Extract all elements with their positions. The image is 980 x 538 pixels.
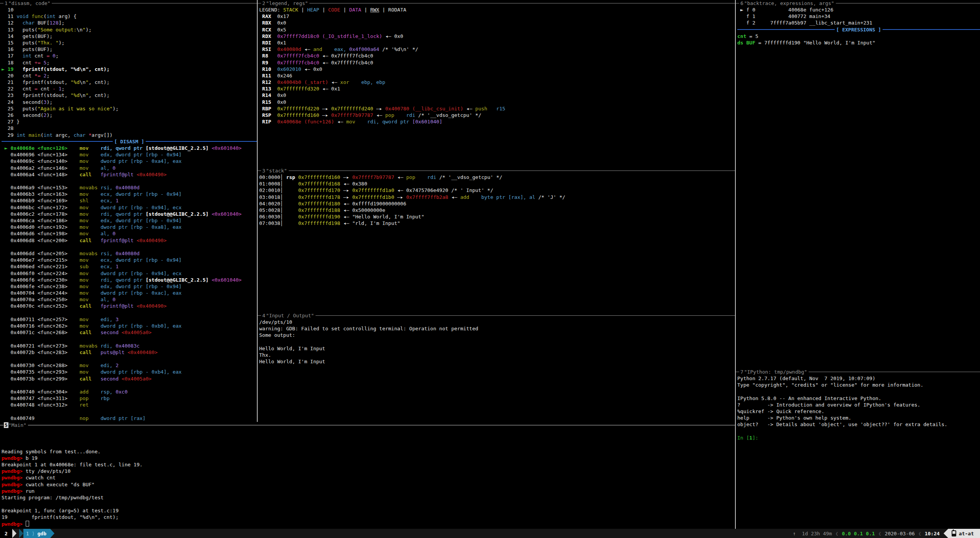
terminal-text-segment: fprintf@plt <box>100 303 136 309</box>
terminal-text-segment: movabs <box>80 185 98 190</box>
terminal-row: cnt = 5 <box>737 33 980 39</box>
terminal-text-segment: rdi, qword ptr <box>100 277 145 283</box>
terminal-text-segment: sub <box>80 264 89 269</box>
terminal-row: 0x40069c <func+140> mov dword ptr [rbp -… <box>2 158 257 164</box>
terminal-text-segment: —▸ <box>340 174 352 180</box>
terminal-text-segment: 0x7fffffffd188 <box>298 207 340 213</box>
terminal-row: Breakpoint 1 at 0x40068e: file test.c, l… <box>2 461 735 468</box>
terminal-text-segment: ◂— 0x7ffff7fcb4c0 <box>319 60 373 66</box>
terminal-text-segment: 0x400696 <func+134> <box>2 152 80 157</box>
terminal-row: pwndbg> cwatch cnt <box>2 474 735 481</box>
pane-border-title: 6 "backtrace, expressions, args" <box>736 0 980 7</box>
terminal-text-segment: 0x4006dd <func+205> <box>2 251 80 256</box>
pane-stack[interactable]: 3 "stack" 00:0000│ rsp 0x7fffffffd160 —▸… <box>258 167 735 312</box>
terminal-row: RIP 0x40068e (func+126) ◂— mov rdi, qwor… <box>259 118 735 125</box>
terminal-text-segment: <0x400490> <box>136 238 166 243</box>
terminal-text-segment: 14 gets(BUF); <box>2 33 53 39</box>
terminal-row <box>2 382 257 389</box>
terminal-text-segment: argv[]) <box>92 132 113 138</box>
pane-divider-vertical[interactable] <box>257 0 258 422</box>
terminal-text-segment: , cnt); <box>89 92 110 98</box>
terminal-text-segment: rdi, qword ptr <box>100 145 145 151</box>
terminal-text-segment: 0x7ffff7dd18c0 (_IO_stdfile_1_lock) <box>277 33 382 39</box>
session-indicator[interactable]: 2 <box>0 529 12 538</box>
terminal-text-segment: 28 <box>2 125 16 131</box>
terminal-row: 17 int cnt = 0; <box>2 52 257 59</box>
terminal-text-segment: xor <box>340 79 349 85</box>
terminal-row: 0x400716 <func+262> mov dword ptr [rbp -… <box>2 323 257 329</box>
pane-ipython[interactable]: 7 "IPython: tmp/pwndbg" Python 2.7.17 (d… <box>736 369 980 529</box>
terminal-row: 0x400730 <func+288> mov edi, 2 <box>2 362 257 369</box>
terminal-text-segment: " <box>82 27 86 33</box>
window-tab-gdb[interactable]: 1 ⟩ gdb <box>23 529 50 538</box>
terminal-text-segment: 05:0028│ <box>259 207 298 213</box>
terminal-text-segment: 15 puts( <box>2 40 38 46</box>
terminal-row: 0x4006ca <func+186> mov edx, dword ptr [… <box>2 217 257 224</box>
terminal-text-segment: pop <box>80 395 89 401</box>
terminal-text-segment <box>89 257 100 263</box>
terminal-text-segment: pwndbg> <box>2 468 26 474</box>
terminal-text-segment: ecx, dword ptr [rbp - 0x94] <box>100 257 181 263</box>
pane-number: 1 <box>4 0 8 6</box>
terminal-row: 24 second(3); <box>2 99 257 105</box>
window-index: 1 <box>26 531 29 536</box>
terminal-text-segment: 0x4006b9 <func+169> <box>2 198 80 203</box>
pane-divider-vertical[interactable] <box>735 0 736 529</box>
terminal-text-segment: f 1 400772 main+34 <box>737 13 830 19</box>
terminal-text-segment: 0x400780 (__libc_csu_init) <box>385 106 464 112</box>
terminal-text-segment: 0x40068e (func+126) <box>277 119 334 125</box>
terminal-text-segment: 0x7fffffffd240 <box>331 106 373 112</box>
terminal-text-segment: int <box>46 13 55 19</box>
terminal-text-segment: int <box>23 53 31 59</box>
pane-disasm-code[interactable]: 1 "disasm, code" 10 11 void func(int arg… <box>0 0 257 422</box>
terminal-text-segment: 0x7ffff7fcb4c0 <box>277 53 319 59</box>
terminal-text-segment: Reading symbols from test...done. <box>2 449 100 454</box>
terminal-row <box>259 339 735 345</box>
terminal-text-segment: —▸ <box>340 194 352 200</box>
terminal-text-segment: pop <box>385 112 394 118</box>
uptime-indicator: ↑ 1d 23h 49m <box>793 531 832 536</box>
terminal-text-segment <box>295 174 298 180</box>
terminal-text-segment <box>487 106 496 112</box>
terminal-row: pwndbg> cwatch execute "ds BUF" <box>2 481 735 488</box>
terminal-text-segment: | <box>319 7 328 13</box>
pane-legend-regs[interactable]: 2 "legend, regs" LEGEND: STACK | HEAP | … <box>258 0 735 167</box>
terminal-row <box>2 435 735 441</box>
terminal-text-segment: \n <box>80 92 86 98</box>
terminal-text-segment: mov <box>80 158 89 164</box>
pane-input-output[interactable]: 4 "Input / Output" /dev/pts/10warning: G… <box>258 312 735 422</box>
terminal-text-segment: mov <box>80 231 89 236</box>
terminal-text-segment: 0x7fffffffd170 <box>298 187 340 193</box>
terminal-text-segment: mov <box>80 271 89 276</box>
terminal-text-segment <box>89 284 100 289</box>
terminal-text-segment: ds <box>737 40 743 46</box>
terminal-text-segment: ebp, ebp <box>361 79 385 85</box>
terminal-text-segment: ? -> Introduction and overview of IPytho… <box>737 402 920 408</box>
terminal-row: 02:0010│ 0x7fffffffd170 —▸ 0x7fffffffd1a… <box>259 187 735 194</box>
terminal-text-segment: mov <box>80 284 89 289</box>
terminal-text-segment: dword ptr [rbp - 0x94], ecx <box>100 271 181 276</box>
terminal-row: 0x4006fe <func+238> mov edx, dword ptr [… <box>2 283 257 290</box>
terminal-text-segment: " <box>86 79 89 85</box>
terminal-text-segment <box>89 317 100 322</box>
terminal-text-segment: rsi, <box>100 185 115 190</box>
terminal-text-segment: mov <box>80 145 89 151</box>
terminal-text-segment: edx, dword ptr [rbp - 0x94] <box>100 218 181 223</box>
terminal-row: 0x400749 nop dword ptr [rax] <box>2 415 257 422</box>
terminal-text-segment <box>89 211 100 217</box>
terminal-text-segment: 0x0 <box>277 20 286 26</box>
border-line <box>736 3 739 3</box>
terminal-row: 0x400721 <func+273> movabs rdi, 0x40083c <box>2 343 257 349</box>
terminal-row: RCX 0x5 <box>259 26 735 33</box>
terminal-text-segment <box>89 145 100 151</box>
pane-main-gdb[interactable]: 5 "Main" Reading symbols from test...don… <box>0 422 735 529</box>
terminal-text-segment: 17 <box>2 53 23 59</box>
terminal-text-segment: 0x7fffffffd198 <box>298 220 340 226</box>
terminal-row <box>2 356 257 362</box>
pane-title-label: "Main" <box>8 422 26 428</box>
pane-backtrace-expressions[interactable]: 6 "backtrace, expressions, args" ► f 0 4… <box>736 0 980 369</box>
terminal-text-segment: ); <box>86 27 92 33</box>
terminal-text-segment: 06:0030│ <box>259 214 298 220</box>
terminal-row: 0x4006d0 <func+192> mov dword ptr [rbp -… <box>2 224 257 230</box>
terminal-text-segment: Python 2.7.17 (default, Nov 7 2019, 10:0… <box>737 376 875 381</box>
